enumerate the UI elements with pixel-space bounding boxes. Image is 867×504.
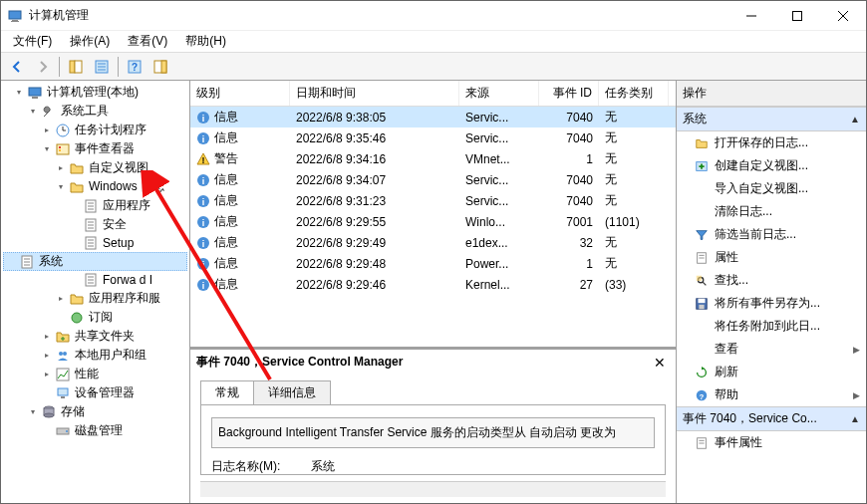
- close-button[interactable]: [820, 1, 866, 31]
- svg-rect-81: [699, 298, 706, 302]
- tree-node-系统工具[interactable]: ▾系统工具: [3, 102, 187, 121]
- blank-icon: [695, 182, 709, 196]
- close-detail-button[interactable]: ✕: [650, 355, 670, 371]
- action-caption[interactable]: 系统▲: [677, 107, 866, 131]
- tree-toggle[interactable]: ▸: [55, 293, 67, 305]
- tree-node-订阅[interactable]: 订阅: [3, 308, 187, 327]
- action-查找...[interactable]: 查找...: [677, 269, 866, 292]
- event-row[interactable]: i信息2022/6/8 9:29:49e1dex...32无: [190, 232, 676, 253]
- action-导入自定义视图...[interactable]: 导入自定义视图...: [677, 177, 866, 200]
- tree-node-安全[interactable]: 安全: [3, 215, 187, 234]
- properties-button[interactable]: [90, 55, 114, 79]
- action-pane-button[interactable]: [148, 55, 172, 79]
- tree-node-本地用户和组[interactable]: ▸本地用户和组: [3, 346, 187, 365]
- tree-node-设备管理器[interactable]: 设备管理器: [3, 383, 187, 402]
- blank-icon: [695, 343, 709, 357]
- tab-general[interactable]: 常规: [200, 380, 254, 405]
- maximize-button[interactable]: [774, 1, 820, 31]
- event-row[interactable]: i信息2022/6/8 9:29:48Power...1无: [190, 253, 676, 274]
- svg-rect-4: [793, 11, 802, 20]
- tree-node-性能[interactable]: ▸性能: [3, 365, 187, 383]
- col-category[interactable]: 任务类别: [599, 81, 669, 106]
- submenu-arrow-icon: ▶: [853, 390, 860, 400]
- tree-node-任务计划程序[interactable]: ▸任务计划程序: [3, 121, 187, 139]
- toolbar: ?: [1, 53, 866, 81]
- col-id[interactable]: 事件 ID: [539, 81, 599, 106]
- event-row[interactable]: i信息2022/6/8 9:29:46Kernel...27(33): [190, 274, 676, 295]
- action-清除日志...[interactable]: 清除日志...: [677, 200, 866, 223]
- show-hide-tree-button[interactable]: [64, 55, 88, 79]
- event-list[interactable]: 级别 日期和时间 来源 事件 ID 任务类别 i信息2022/6/8 9:38:…: [190, 81, 676, 349]
- action-事件属性[interactable]: 事件属性: [677, 431, 866, 454]
- action-筛选当前日志...[interactable]: 筛选当前日志...: [677, 223, 866, 246]
- action-将所有事件另存为...[interactable]: 将所有事件另存为...: [677, 292, 866, 315]
- forward-button[interactable]: [31, 55, 55, 79]
- svg-rect-0: [9, 11, 21, 19]
- tree-node-系统[interactable]: 系统: [3, 252, 187, 271]
- col-level[interactable]: 级别: [190, 81, 290, 106]
- col-source[interactable]: 来源: [459, 81, 539, 106]
- tree-toggle[interactable]: ▾: [27, 406, 39, 418]
- tab-details[interactable]: 详细信息: [253, 380, 331, 405]
- tree-node-存储[interactable]: ▾存储: [3, 402, 187, 421]
- menu-file[interactable]: 文件(F): [5, 31, 60, 52]
- svg-rect-16: [161, 61, 166, 73]
- tree-toggle[interactable]: ▸: [41, 125, 53, 136]
- action-查看[interactable]: 查看▶: [677, 338, 866, 361]
- tree-node-共享文件夹[interactable]: ▸共享文件夹: [3, 327, 187, 346]
- action-label: 事件属性: [715, 434, 762, 451]
- tree-label: 自定义视图: [89, 159, 148, 176]
- event-row[interactable]: !警告2022/6/8 9:34:16VMnet...1无: [190, 148, 676, 169]
- event-row[interactable]: i信息2022/6/8 9:38:05Servic...7040无: [190, 107, 676, 127]
- action-属性[interactable]: 属性: [677, 246, 866, 269]
- svg-line-78: [703, 281, 707, 285]
- props-icon: [695, 436, 709, 450]
- tree-toggle[interactable]: ▾: [13, 87, 25, 99]
- tree-node-事件查看器[interactable]: ▾事件查看器: [3, 139, 187, 158]
- tree-toggle[interactable]: ▾: [27, 106, 39, 118]
- tree-toggle[interactable]: ▸: [41, 331, 53, 343]
- tree-node-计算机管理(本地)[interactable]: ▾计算机管理(本地): [3, 83, 187, 102]
- tree-label: 安全: [103, 216, 127, 233]
- back-button[interactable]: [5, 55, 29, 79]
- action-label: 查看: [715, 341, 738, 358]
- action-创建自定义视图...[interactable]: 创建自定义视图...: [677, 154, 866, 177]
- svg-point-23: [59, 146, 61, 148]
- action-将任务附加到此日...[interactable]: 将任务附加到此日...: [677, 315, 866, 338]
- tree-label: 性能: [75, 366, 99, 382]
- menu-help[interactable]: 帮助(H): [177, 31, 234, 52]
- minimize-button[interactable]: [728, 1, 774, 31]
- tree-toggle[interactable]: ▸: [41, 369, 53, 380]
- save-icon: [695, 297, 709, 311]
- navigation-tree[interactable]: ▾计算机管理(本地)▾系统工具▸任务计划程序▾事件查看器▸自定义视图▾Windo…: [1, 81, 190, 503]
- menu-view[interactable]: 查看(V): [120, 31, 175, 52]
- tree-node-自定义视图[interactable]: ▸自定义视图: [3, 158, 187, 177]
- action-刷新[interactable]: 刷新: [677, 361, 866, 383]
- tree-toggle[interactable]: ▸: [41, 350, 53, 362]
- tree-toggle[interactable]: ▸: [55, 162, 67, 174]
- event-row[interactable]: i信息2022/6/8 9:31:23Servic...7040无: [190, 190, 676, 211]
- tree-toggle[interactable]: ▾: [41, 143, 53, 155]
- event-row[interactable]: i信息2022/6/8 9:29:55Winlo...7001(1101): [190, 211, 676, 232]
- detail-title: 事件 7040，Service Control Manager: [196, 354, 403, 371]
- tree-toggle[interactable]: ▾: [55, 181, 67, 193]
- detail-horizontal-scrollbar[interactable]: [200, 481, 666, 497]
- event-row[interactable]: i信息2022/6/8 9:34:07Servic...7040无: [190, 169, 676, 190]
- tree-label: 订阅: [89, 309, 113, 326]
- col-date[interactable]: 日期和时间: [290, 81, 459, 106]
- tree-node-磁盘管理[interactable]: 磁盘管理: [3, 421, 187, 440]
- event-row[interactable]: i信息2022/6/8 9:35:46Servic...7040无: [190, 127, 676, 148]
- action-帮助[interactable]: ?帮助▶: [677, 383, 866, 406]
- svg-text:i: i: [202, 134, 205, 144]
- svg-point-55: [66, 430, 68, 432]
- action-打开保存的日志...[interactable]: 打开保存的日志...: [677, 131, 866, 154]
- tree-node-Forwa    d I[interactable]: Forwa d I: [3, 271, 187, 289]
- menu-action[interactable]: 操作(A): [62, 31, 118, 52]
- tree-node-应用程序和服   [interactable]: ▸应用程序和服: [3, 289, 187, 308]
- tree-node-Setup[interactable]: Setup: [3, 234, 187, 252]
- action-caption[interactable]: 事件 7040，Service Co...▲: [677, 406, 866, 431]
- tree-node-应用程序[interactable]: 应用程序: [3, 196, 187, 215]
- svg-text:?: ?: [700, 391, 705, 400]
- help-button[interactable]: ?: [123, 55, 146, 79]
- tree-node-Windows 日志[interactable]: ▾Windows 日志: [3, 177, 187, 196]
